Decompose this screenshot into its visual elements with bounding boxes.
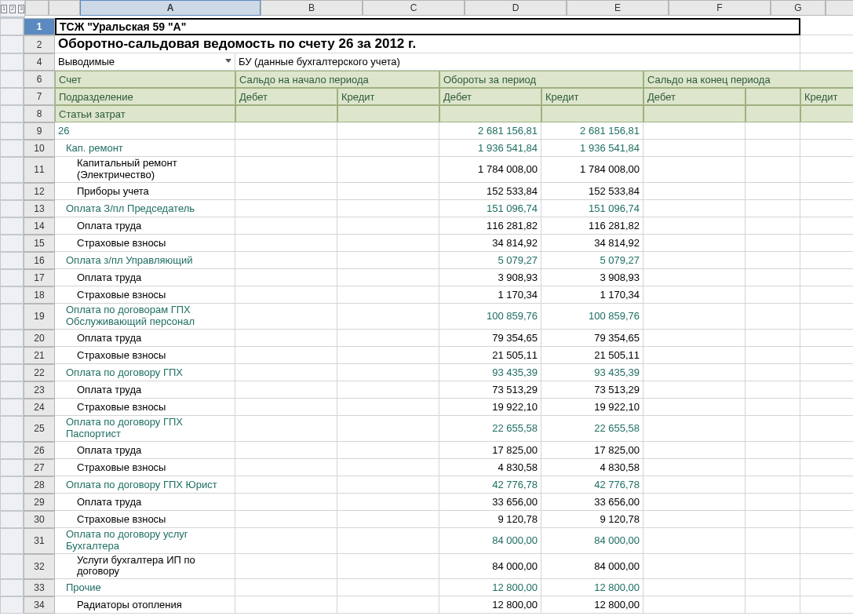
cell[interactable] [235, 235, 337, 252]
outline-cell[interactable] [0, 494, 24, 511]
cell[interactable] [235, 399, 337, 416]
cell[interactable] [235, 476, 337, 494]
row-header[interactable]: 26 [24, 442, 55, 459]
row-header[interactable]: 31 [24, 528, 55, 554]
cell[interactable] [745, 528, 800, 554]
cell[interactable] [745, 330, 800, 347]
outline-cell[interactable] [0, 269, 24, 286]
row-header[interactable]: 24 [24, 399, 55, 416]
cell[interactable] [235, 122, 337, 140]
cell[interactable] [800, 35, 853, 53]
outline-cell[interactable] [0, 71, 24, 88]
row-header[interactable]: 32 [24, 554, 55, 580]
cell[interactable] [800, 330, 853, 347]
cell[interactable] [745, 596, 800, 614]
cell[interactable] [643, 459, 745, 476]
cell[interactable] [745, 269, 800, 286]
outline-cell[interactable] [0, 105, 24, 122]
outline-cell[interactable] [0, 364, 24, 381]
cell[interactable] [800, 269, 853, 286]
cell[interactable] [745, 200, 800, 217]
cell[interactable] [643, 286, 745, 304]
cell[interactable] [745, 494, 800, 511]
cell[interactable] [800, 494, 853, 511]
row-header-col[interactable] [49, 0, 80, 16]
row-header[interactable]: 9 [24, 122, 55, 140]
outline-cell[interactable] [0, 511, 24, 528]
outline-cell[interactable] [0, 399, 24, 416]
cell[interactable] [800, 459, 853, 476]
outline-cell[interactable] [0, 200, 24, 217]
row-header[interactable]: 1 [24, 18, 55, 35]
row-header[interactable]: 19 [24, 304, 55, 330]
cell[interactable] [745, 442, 800, 459]
cell[interactable] [745, 304, 800, 330]
cell[interactable] [337, 494, 439, 511]
col-header-G[interactable]: G [771, 0, 826, 16]
col-header-A[interactable]: A [80, 0, 261, 16]
outline-level-1[interactable]: 1 [1, 5, 7, 13]
outline-cell[interactable] [0, 381, 24, 399]
outline-cell[interactable] [0, 18, 24, 35]
row-header[interactable]: 10 [24, 140, 55, 157]
cell[interactable] [800, 416, 853, 442]
outline-cell[interactable] [0, 459, 24, 476]
cell[interactable] [745, 364, 800, 381]
cell[interactable] [337, 442, 439, 459]
outline-cell[interactable] [0, 235, 24, 252]
cell[interactable] [643, 399, 745, 416]
outline-cell[interactable] [0, 579, 24, 596]
cell[interactable] [800, 347, 853, 364]
dropdown-icon[interactable] [225, 59, 231, 63]
row-header[interactable]: 17 [24, 269, 55, 286]
cell[interactable] [337, 200, 439, 217]
row-header[interactable]: 22 [24, 364, 55, 381]
cell[interactable] [745, 579, 800, 596]
row-header[interactable]: 2 [24, 35, 55, 53]
cell[interactable] [745, 140, 800, 157]
cell[interactable] [337, 511, 439, 528]
cell[interactable] [235, 416, 337, 442]
cell[interactable] [643, 217, 745, 235]
cell[interactable] [643, 269, 745, 286]
cell[interactable] [643, 442, 745, 459]
cell[interactable] [337, 364, 439, 381]
cell[interactable] [235, 554, 337, 580]
cell[interactable] [337, 330, 439, 347]
outline-cell[interactable] [0, 88, 24, 105]
row-header[interactable]: 7 [24, 88, 55, 105]
outline-cell[interactable] [0, 183, 24, 200]
cell[interactable] [235, 381, 337, 399]
col-header-E[interactable]: E [567, 0, 669, 16]
outline-cell[interactable] [0, 304, 24, 330]
row-header[interactable]: 30 [24, 511, 55, 528]
row-header[interactable]: 25 [24, 416, 55, 442]
cell[interactable] [643, 528, 745, 554]
cell[interactable] [337, 235, 439, 252]
cell[interactable] [800, 511, 853, 528]
cell[interactable] [235, 528, 337, 554]
cell[interactable] [800, 53, 853, 71]
cell[interactable] [800, 304, 853, 330]
cell[interactable] [235, 494, 337, 511]
row-header[interactable]: 20 [24, 330, 55, 347]
cell[interactable] [745, 476, 800, 494]
cell[interactable] [745, 286, 800, 304]
cell[interactable] [745, 399, 800, 416]
cell[interactable] [643, 252, 745, 269]
cell[interactable] [800, 528, 853, 554]
row-header[interactable]: 6 [24, 71, 55, 88]
cell[interactable] [235, 364, 337, 381]
cell[interactable] [643, 183, 745, 200]
cell[interactable] [800, 252, 853, 269]
outline-gutter[interactable]: 1 2 3 [0, 0, 25, 18]
cell[interactable] [235, 511, 337, 528]
col-header-D[interactable]: D [465, 0, 567, 16]
col-header-H[interactable]: H [826, 0, 853, 16]
cell[interactable] [800, 476, 853, 494]
cell[interactable] [643, 381, 745, 399]
cell[interactable] [337, 381, 439, 399]
cell[interactable] [745, 381, 800, 399]
cell[interactable] [800, 140, 853, 157]
cell[interactable] [800, 381, 853, 399]
